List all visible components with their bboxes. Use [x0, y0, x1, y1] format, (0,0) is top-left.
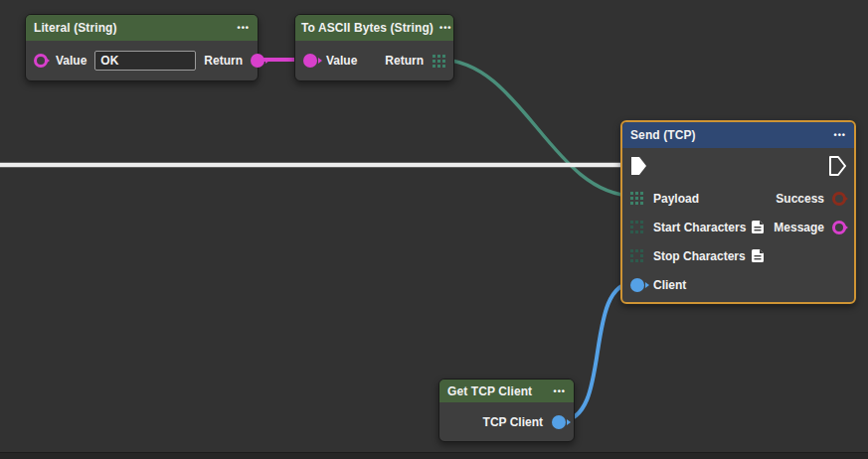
more-options-icon[interactable]: ••• — [554, 386, 566, 396]
node-gettcp-body: TCP Client — [439, 402, 574, 441]
value-text-input[interactable] — [94, 51, 196, 71]
payload-row: Payload Success — [622, 184, 854, 213]
value-input-port[interactable] — [34, 54, 48, 68]
window-bottom-edge — [0, 452, 868, 459]
bytes-output-port[interactable] — [433, 55, 445, 68]
node-title: Send (TCP) — [630, 128, 696, 142]
tcp-client-output-port[interactable] — [552, 415, 566, 429]
more-options-icon[interactable]: ••• — [238, 23, 250, 33]
return-label: Return — [385, 54, 424, 68]
node-ascii-body: Value Return — [295, 41, 453, 80]
stop-characters-input-port[interactable] — [630, 249, 643, 262]
node-send-header[interactable]: Send (TCP) ••• — [622, 122, 854, 148]
start-characters-row: Start Characters Message — [622, 213, 854, 241]
stop-characters-row: Stop Characters — [622, 241, 854, 270]
start-characters-input-port[interactable] — [630, 221, 643, 233]
node-literal-header[interactable]: Literal (String) ••• — [26, 15, 258, 41]
node-title: To ASCII Bytes (String) — [301, 21, 434, 35]
node-editor-canvas[interactable]: { "canvas": { "background": "#323232" },… — [0, 0, 868, 459]
tcp-client-label: TCP Client — [483, 415, 543, 429]
success-output-port[interactable] — [832, 192, 846, 206]
success-label: Success — [776, 192, 824, 206]
client-label: Client — [653, 278, 686, 292]
value-label: Value — [56, 54, 87, 68]
message-label: Message — [774, 221, 824, 234]
node-literal-body: Value Return — [26, 41, 258, 80]
node-title: Get TCP Client — [447, 384, 532, 398]
node-to-ascii-bytes[interactable]: To ASCII Bytes (String) ••• Value Return — [294, 14, 454, 81]
node-ascii-header[interactable]: To ASCII Bytes (String) ••• — [295, 15, 453, 41]
return-label: Return — [204, 54, 243, 68]
return-output-port[interactable] — [251, 54, 264, 68]
payload-input-port[interactable] — [630, 192, 643, 205]
start-characters-label: Start Characters — [653, 221, 746, 234]
value-input-port[interactable] — [303, 54, 317, 68]
stop-characters-label: Stop Characters — [653, 249, 746, 263]
wire-ascii-to-payload[interactable] — [439, 60, 634, 196]
client-row: Client — [622, 270, 854, 299]
flow-row — [622, 148, 854, 184]
payload-label: Payload — [653, 192, 699, 206]
node-send-tcp[interactable]: Send (TCP) ••• Payload Success — [620, 120, 856, 304]
node-title: Literal (String) — [34, 21, 117, 35]
node-get-tcp-client[interactable]: Get TCP Client ••• TCP Client — [438, 379, 575, 442]
more-options-icon[interactable]: ••• — [834, 130, 846, 140]
node-literal-string[interactable]: Literal (String) ••• Value Return — [25, 14, 259, 81]
value-label: Value — [326, 54, 357, 68]
client-input-port[interactable] — [630, 278, 644, 292]
message-output-port[interactable] — [832, 221, 846, 234]
document-icon[interactable] — [752, 221, 764, 233]
more-options-icon[interactable]: ••• — [439, 23, 451, 33]
node-gettcp-header[interactable]: Get TCP Client ••• — [439, 380, 574, 402]
document-icon[interactable] — [752, 249, 764, 262]
flow-output-port[interactable] — [829, 156, 846, 176]
flow-input-port[interactable] — [630, 156, 647, 176]
